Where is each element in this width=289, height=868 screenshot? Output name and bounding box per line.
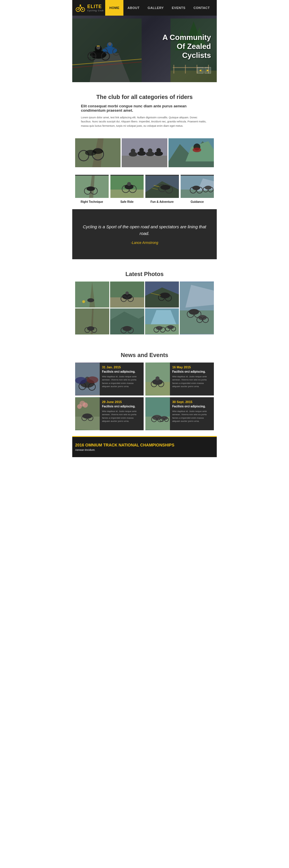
hero-heading: A Community Of Zealed Cyclists: [162, 33, 211, 60]
hero-text: A Community Of Zealed Cyclists: [162, 33, 211, 60]
svg-point-139: [152, 415, 161, 420]
news-body-2: Wisi dapibus id. Justo neque ante aenean…: [102, 410, 141, 423]
nav-home[interactable]: HOME: [105, 0, 123, 16]
hero-next-arrow[interactable]: ►: [205, 67, 211, 73]
logo-subtitle: Cycling Club: [87, 9, 104, 12]
technique-label-3: Guidance: [181, 200, 214, 204]
svg-point-142: [161, 416, 168, 420]
svg-point-73: [205, 186, 211, 189]
technique-img-3: [181, 175, 214, 198]
news-date-0: 31 Jan. 2015: [102, 365, 141, 369]
technique-grid: Right Technique Safe Ride: [75, 175, 214, 204]
mosaic-photo-2: [110, 281, 144, 308]
technique-img-0: [75, 175, 109, 198]
quote-text: Cycling is a Sport of the open road and …: [81, 224, 208, 237]
news-card-img-1: [145, 363, 170, 396]
news-date-1: 16 May 2015: [172, 365, 212, 369]
svg-rect-108: [145, 324, 179, 334]
news-card-3: 30 Sept. 2015 Facilisis orci adipiscing.…: [145, 397, 214, 430]
nav-gallery[interactable]: GALLERY: [144, 0, 168, 16]
nav-contact[interactable]: CONTACT: [190, 0, 214, 16]
svg-point-75: [82, 300, 85, 303]
nav-about[interactable]: ABOUT: [123, 0, 144, 16]
quote-author: -Lance Armstrong: [81, 241, 208, 245]
news-title-0: Facilisis orci adipiscing.: [102, 370, 141, 373]
news-date-2: 29 June 2015: [102, 400, 141, 404]
svg-point-8: [108, 42, 112, 46]
club-body: Lorem ipsum dolor amet, test link adipis…: [81, 116, 208, 128]
svg-point-113: [167, 325, 174, 329]
photo-cell-3: [169, 138, 214, 167]
technique-img-2: [145, 175, 179, 198]
photo-mosaic: [75, 281, 214, 335]
news-card-img-3: [145, 397, 170, 430]
photo-cell-2: [122, 138, 167, 167]
svg-rect-66: [181, 189, 214, 198]
news-section: News and Events 31 Jan. 2015 Facilisis o…: [72, 340, 217, 436]
svg-point-4: [80, 5, 81, 6]
hero-prev-arrow[interactable]: ◄: [197, 67, 204, 73]
photo-cell-1: [75, 138, 120, 167]
footer-banner-heading: 2016 OMNIUM TRACK NATIONAL CHAMPIONSHIPS: [75, 443, 214, 447]
svg-point-76: [87, 298, 94, 302]
svg-point-122: [87, 376, 98, 383]
technique-item-0: Right Technique: [75, 175, 109, 204]
news-title-2: Facilisis orci adipiscing.: [102, 405, 141, 408]
mosaic-photo-5: [75, 308, 109, 335]
svg-point-32: [93, 149, 103, 154]
news-card-body-1: 16 May 2015 Facilisis orci adipiscing. W…: [170, 363, 214, 396]
svg-point-39: [131, 149, 136, 153]
svg-point-40: [139, 148, 144, 153]
logo: ELITE Cycling Club: [75, 3, 105, 13]
hero-illustration: [72, 19, 142, 82]
footer-banner: 2016 OMNIUM TRACK NATIONAL CHAMPIONSHIPS…: [72, 436, 217, 457]
hero-section: A Community Of Zealed Cyclists ◄ ►: [72, 16, 217, 82]
navbar: ELITE Cycling Club HOME ABOUT GALLERY EV…: [72, 0, 217, 16]
news-card-img-2: [75, 397, 100, 430]
svg-point-131: [82, 413, 92, 418]
latest-photos-heading: Latest Photos: [75, 271, 214, 277]
news-heading: News and Events: [75, 352, 214, 359]
technique-label-2: Fun & Adventure: [145, 200, 179, 204]
news-title-1: Facilisis orci adipiscing.: [172, 370, 212, 373]
mosaic-photo-4: [180, 281, 214, 335]
svg-point-104: [122, 326, 132, 331]
news-card-body-2: 29 June 2015 Facilisis orci adipiscing. …: [100, 397, 144, 430]
club-subtitle: Elit consequat morbi congue nunc diam an…: [81, 104, 208, 113]
mosaic-photo-3: [145, 281, 179, 308]
svg-point-82: [125, 291, 129, 295]
svg-rect-53: [110, 189, 144, 198]
news-grid: 31 Jan. 2015 Facilisis orci adipiscing. …: [75, 363, 214, 430]
mosaic-photo-1: [75, 281, 109, 308]
logo-icon: [75, 3, 85, 13]
technique-item-3: Guidance: [181, 175, 214, 204]
latest-photos-section: Latest Photos: [72, 259, 217, 340]
news-title-3: Facilisis orci adipiscing.: [172, 405, 212, 408]
nav-events[interactable]: EVENTS: [168, 0, 190, 16]
technique-item-1: Safe Ride: [110, 175, 144, 204]
technique-label-0: Right Technique: [75, 200, 109, 204]
svg-point-121: [75, 377, 87, 384]
svg-point-128: [155, 376, 159, 380]
nav-links: HOME ABOUT GALLERY EVENTS CONTACT: [105, 0, 214, 16]
svg-point-57: [127, 182, 131, 186]
club-section: The club for all categories of riders El…: [72, 82, 217, 134]
news-card-2: 29 June 2015 Facilisis orci adipiscing. …: [75, 397, 144, 430]
svg-point-51: [86, 187, 95, 191]
svg-point-136: [83, 402, 88, 408]
logo-text: ELITE Cycling Club: [87, 4, 104, 12]
svg-point-42: [156, 148, 161, 153]
news-body-1: Wisi dapibus id. Justo neque ante aenean…: [172, 375, 212, 388]
news-body-0: Wisi dapibus id. Justo neque ante aenean…: [102, 375, 141, 388]
svg-point-62: [160, 185, 171, 190]
svg-rect-23: [173, 65, 174, 73]
logo-title: ELITE: [87, 4, 104, 9]
quote-section: Cycling is a Sport of the open road and …: [72, 209, 217, 259]
svg-rect-24: [185, 65, 186, 73]
news-card-0: 31 Jan. 2015 Facilisis orci adipiscing. …: [75, 363, 144, 396]
club-heading: The club for all categories of riders: [81, 94, 208, 100]
news-card-body-0: 31 Jan. 2015 Facilisis orci adipiscing. …: [100, 363, 144, 396]
news-card-1: 16 May 2015 Facilisis orci adipiscing. W…: [145, 363, 214, 396]
news-card-body-3: 30 Sept. 2015 Facilisis orci adipiscing.…: [170, 397, 214, 430]
svg-point-110: [156, 326, 163, 330]
